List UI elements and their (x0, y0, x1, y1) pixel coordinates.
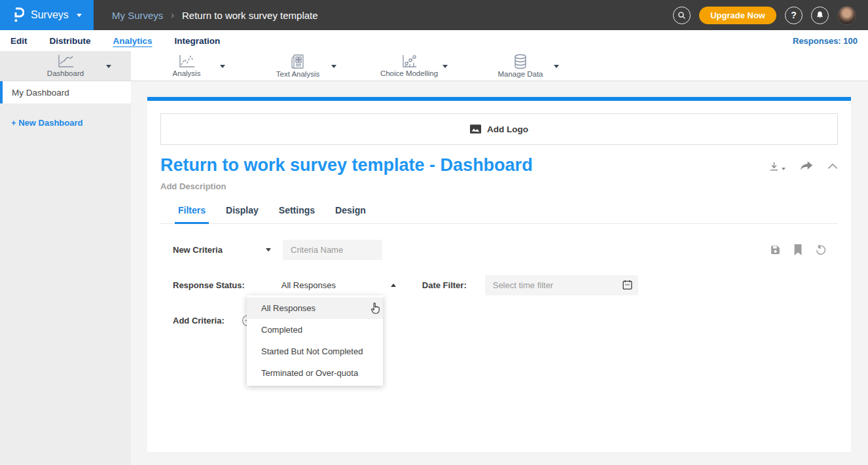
image-icon (470, 124, 481, 134)
toolbar-text-analysis-label: Text Analysis (276, 70, 319, 78)
reset-button[interactable] (815, 244, 827, 256)
criteria-type-value: New Criteria (173, 245, 223, 255)
app-logo-block[interactable]: Surveys (0, 0, 94, 30)
nav-edit[interactable]: Edit (10, 36, 27, 46)
analysis-caret-icon[interactable] (220, 65, 225, 68)
toolbar-dashboard[interactable]: Dashboard (0, 51, 131, 81)
search-icon (678, 11, 686, 20)
dashboard-actions (769, 155, 838, 172)
date-filter-label: Date Filter: (422, 280, 467, 290)
sidebar-item-my-dashboard[interactable]: My Dashboard (0, 81, 131, 103)
criteria-row: New Criteria (160, 240, 838, 260)
add-description[interactable]: Add Description (160, 181, 838, 191)
bookmark-icon (793, 244, 803, 255)
response-status-dropdown: All Responses Completed Started But Not … (247, 295, 383, 386)
breadcrumb: My Surveys › Return to work survey templ… (112, 10, 318, 21)
add-criteria-label: Add Criteria: (173, 316, 225, 326)
notifications-button[interactable] (811, 7, 829, 24)
dashboard-chart-icon (56, 54, 75, 69)
survey-nav: Edit Distribute Analytics Integration Re… (0, 30, 868, 51)
criteria-name-input[interactable] (283, 240, 382, 260)
help-button[interactable]: ? (785, 7, 803, 24)
nav-distribute[interactable]: Distribute (50, 36, 91, 46)
tab-settings[interactable]: Settings (279, 205, 315, 223)
option-all-responses[interactable]: All Responses (247, 297, 383, 319)
text-analysis-caret-icon[interactable] (331, 65, 336, 68)
database-icon (513, 54, 528, 69)
tab-design[interactable]: Design (335, 205, 366, 223)
criteria-type-select[interactable]: New Criteria (173, 245, 271, 255)
analysis-chart-icon (177, 54, 196, 69)
download-icon (769, 160, 780, 172)
share-icon (800, 161, 813, 172)
toolbar-analysis-label: Analysis (173, 69, 201, 77)
toolbar-choice-modelling[interactable]: Choice Modelling (353, 51, 465, 81)
save-icon (770, 244, 781, 255)
dashboard-card: Add Logo Return to work survey template … (147, 97, 851, 452)
tab-display[interactable]: Display (226, 205, 259, 223)
settings-tabs: Filters Display Settings Design (160, 205, 838, 224)
choice-modelling-icon (401, 54, 418, 69)
response-status-caret-icon (391, 284, 396, 287)
main-area: Add Logo Return to work survey template … (131, 81, 868, 465)
questionpro-logo-icon (13, 7, 24, 23)
share-button[interactable] (800, 161, 813, 172)
add-logo-label: Add Logo (487, 124, 528, 134)
page-title[interactable]: Return to work survey template - Dashboa… (160, 155, 533, 176)
option-terminated-overquota[interactable]: Terminated or Over-quota (247, 362, 383, 384)
bookmark-button[interactable] (793, 244, 803, 255)
filter-row: Response Status: All Responses Date Filt… (160, 275, 838, 295)
toolbar-dashboard-label: Dashboard (47, 69, 84, 77)
toolbar-text-analysis[interactable]: Text Analysis (242, 51, 353, 81)
toolbar-manage-data[interactable]: Manage Data (465, 51, 576, 81)
toolbar-manage-data-label: Manage Data (497, 70, 543, 78)
choice-modelling-caret-icon[interactable] (443, 65, 448, 68)
responses-count[interactable]: Responses: 100 (793, 36, 858, 46)
response-status-value: All Responses (281, 280, 336, 290)
dashboard-caret-icon[interactable] (106, 65, 111, 68)
criteria-type-caret-icon (266, 248, 271, 251)
text-analysis-icon (290, 54, 306, 69)
response-status-label: Response Status: (173, 280, 245, 290)
user-avatar[interactable] (837, 6, 856, 25)
add-logo-box[interactable]: Add Logo (160, 113, 838, 145)
toolbar-choice-modelling-label: Choice Modelling (380, 69, 438, 77)
tab-filters[interactable]: Filters (178, 205, 206, 223)
nav-analytics[interactable]: Analytics (113, 36, 153, 46)
toolbar-analysis[interactable]: Analysis (131, 51, 242, 81)
manage-data-caret-icon[interactable] (554, 65, 559, 68)
title-row: Return to work survey template - Dashboa… (160, 155, 838, 176)
dashboard-sidebar: My Dashboard + New Dashboard (0, 81, 131, 465)
chevron-up-icon (827, 163, 838, 170)
product-label: Surveys (31, 9, 69, 21)
top-header: Surveys My Surveys › Return to work surv… (0, 0, 868, 30)
reset-icon (815, 244, 827, 256)
breadcrumb-current: Return to work survey template (182, 10, 318, 21)
date-filter-input[interactable] (485, 275, 638, 295)
breadcrumb-separator: › (171, 10, 174, 20)
breadcrumb-my-surveys[interactable]: My Surveys (112, 10, 163, 21)
new-dashboard-button[interactable]: + New Dashboard (11, 118, 131, 128)
analytics-toolbar: Dashboard Analysis Text Analysis Choice … (0, 51, 868, 81)
collapse-button[interactable] (827, 163, 838, 170)
download-caret-icon[interactable] (782, 168, 786, 170)
upgrade-now-button[interactable]: Upgrade Now (699, 7, 776, 24)
header-actions: Upgrade Now ? (673, 6, 868, 25)
option-started-not-completed[interactable]: Started But Not Completed (247, 341, 383, 362)
option-completed[interactable]: Completed (247, 319, 383, 341)
save-button[interactable] (770, 244, 781, 255)
nav-integration[interactable]: Integration (175, 36, 221, 46)
search-button[interactable] (673, 7, 691, 24)
bell-icon (816, 10, 824, 20)
criteria-actions (770, 244, 838, 256)
survey-nav-items: Edit Distribute Analytics Integration (10, 36, 220, 46)
page-body: My Dashboard + New Dashboard Add Logo Re… (0, 81, 868, 465)
calendar-icon[interactable] (623, 280, 632, 293)
download-button[interactable] (769, 160, 786, 172)
date-filter-field (485, 275, 638, 295)
response-status-select[interactable]: All Responses (281, 280, 396, 290)
product-caret-icon[interactable] (77, 14, 82, 17)
